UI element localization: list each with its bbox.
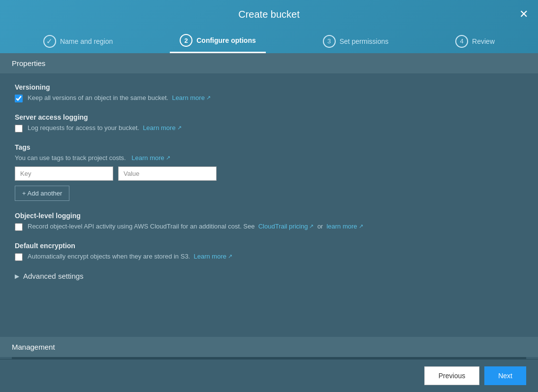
step4-circle: 4 [455, 35, 468, 48]
advanced-settings-arrow-icon: ▶ [15, 273, 19, 280]
close-button[interactable]: ✕ [519, 9, 528, 20]
tags-external-icon: ↗ [166, 155, 170, 161]
object-level-logging-group: Object-level logging Record object-level… [15, 212, 523, 231]
default-encryption-checkbox-row: Automatically encrypt objects when they … [15, 253, 523, 261]
server-access-logging-learn-more[interactable]: Learn more ↗ [143, 124, 181, 131]
tags-description: You can use tags to track project costs.… [15, 154, 523, 162]
server-access-logging-label: Server access logging [15, 113, 523, 121]
tags-group: Tags You can use tags to track project c… [15, 143, 523, 201]
step3-circle: 3 [323, 35, 336, 48]
versioning-learn-more[interactable]: Learn more ↗ [172, 94, 210, 101]
tags-inputs-row [15, 166, 523, 181]
step-configure-options[interactable]: 2 Configure options [170, 29, 266, 53]
title-row: Create bucket ✕ [10, 9, 528, 20]
modal-footer: Previous Next [0, 359, 538, 392]
default-encryption-label: Default encryption [15, 242, 523, 250]
properties-section-header: Properties [0, 53, 538, 73]
advanced-settings-toggle[interactable]: ▶ Advanced settings [15, 272, 523, 280]
step-set-permissions[interactable]: 3 Set permissions [313, 30, 399, 53]
server-access-logging-group: Server access logging Log requests for a… [15, 113, 523, 132]
step-review[interactable]: 4 Review [445, 30, 505, 53]
step-name-and-region[interactable]: ✓ Name and region [33, 30, 123, 53]
properties-content: Versioning Keep all versions of an objec… [0, 73, 538, 337]
server-access-logging-checkbox-row: Log requests for access to your bucket. … [15, 124, 523, 132]
object-level-logging-checkbox-row: Record object-level API activity using A… [15, 223, 523, 231]
tag-key-input[interactable] [15, 166, 113, 181]
obj-log-external-icon: ↗ [359, 223, 363, 229]
object-level-logging-checkbox[interactable] [15, 223, 23, 231]
steps-row: ✓ Name and region 2 Configure options 3 … [10, 29, 528, 53]
default-encryption-description: Automatically encrypt objects when they … [28, 253, 232, 260]
previous-button[interactable]: Previous [424, 366, 479, 385]
step2-circle: 2 [180, 34, 192, 47]
versioning-external-icon: ↗ [206, 95, 211, 101]
server-access-logging-description: Log requests for access to your bucket. … [28, 124, 182, 131]
versioning-label: Versioning [15, 83, 523, 91]
default-encryption-checkbox[interactable] [15, 253, 23, 261]
default-encryption-group: Default encryption Automatically encrypt… [15, 242, 523, 261]
tags-label: Tags [15, 143, 523, 151]
step2-label: Configure options [196, 36, 256, 44]
step1-label: Name and region [60, 37, 113, 45]
sal-external-icon: ↗ [177, 125, 182, 131]
modal-header: Create bucket ✕ ✓ Name and region 2 Conf… [0, 0, 538, 53]
modal-title: Create bucket [238, 9, 300, 20]
add-another-button[interactable]: + Add another [15, 186, 69, 201]
versioning-checkbox[interactable] [15, 95, 23, 102]
server-access-logging-checkbox[interactable] [15, 125, 23, 132]
cloudtrail-pricing-link[interactable]: CloudTrail pricing ↗ [258, 223, 314, 230]
next-button[interactable]: Next [484, 366, 526, 385]
step3-label: Set permissions [340, 37, 389, 45]
step1-check-icon: ✓ [43, 35, 56, 48]
management-section-header: Management [0, 337, 538, 357]
versioning-description: Keep all versions of an object in the sa… [28, 94, 211, 101]
object-level-logging-label: Object-level logging [15, 212, 523, 220]
step4-label: Review [472, 37, 495, 45]
versioning-group: Versioning Keep all versions of an objec… [15, 83, 523, 102]
object-logging-learn-more[interactable]: learn more ↗ [326, 223, 363, 230]
advanced-settings-label: Advanced settings [23, 272, 84, 280]
enc-external-icon: ↗ [228, 253, 232, 260]
modal-body: Properties Versioning Keep all versions … [0, 53, 538, 359]
versioning-checkbox-row: Keep all versions of an object in the sa… [15, 94, 523, 102]
cloudtrail-external-icon: ↗ [309, 223, 314, 229]
default-encryption-learn-more[interactable]: Learn more ↗ [193, 253, 232, 260]
create-bucket-modal: Create bucket ✕ ✓ Name and region 2 Conf… [0, 0, 538, 392]
object-level-logging-description: Record object-level API activity using A… [28, 223, 363, 230]
tags-learn-more[interactable]: Learn more ↗ [131, 154, 170, 162]
tag-value-input[interactable] [118, 166, 217, 181]
